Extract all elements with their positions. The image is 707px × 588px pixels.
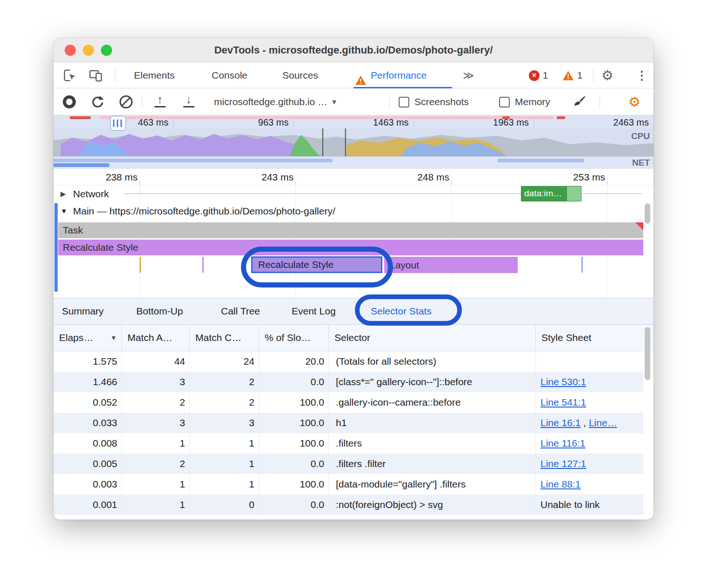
- ruler-label: 243 ms: [249, 169, 293, 186]
- table-row[interactable]: 1.466320.0[class*=" gallery-icon--"]::be…: [53, 372, 643, 392]
- selected-recalculate-style-event[interactable]: Recalculate Style: [251, 256, 382, 273]
- load-profile-icon[interactable]: ↑: [153, 94, 167, 109]
- warning-badge[interactable]: 1: [562, 62, 582, 88]
- cell-selector: (Totals for all selectors): [329, 351, 536, 372]
- zoom-window-button[interactable]: [101, 45, 112, 56]
- tab-elements[interactable]: Elements: [134, 62, 175, 88]
- error-badge[interactable]: × 1: [529, 62, 548, 88]
- warning-icon: [355, 70, 367, 81]
- table-row[interactable]: 1.575442420.0(Totals for all selectors): [53, 351, 643, 372]
- cell-selector: .filters: [329, 433, 536, 454]
- cell-elapsed: 1.575: [53, 351, 122, 372]
- settings-gear-icon[interactable]: ⚙: [601, 62, 614, 88]
- style-sheet-link[interactable]: Line 16:1: [540, 417, 580, 428]
- header-style-sheet[interactable]: Style Sheet: [536, 325, 643, 351]
- more-tabs-chevron-icon[interactable]: ≫: [463, 62, 474, 88]
- tab-sources[interactable]: Sources: [282, 62, 318, 88]
- tab-performance[interactable]: Performance: [355, 62, 427, 88]
- long-task-marker: [502, 116, 510, 119]
- cell-slow-pct: 0.0: [259, 372, 329, 392]
- table-scrollbar-thumb[interactable]: [645, 327, 650, 380]
- cpu-activity-chart[interactable]: [53, 128, 654, 156]
- upload-arrow-glyph: ↑: [153, 94, 167, 106]
- capture-settings-gear-icon[interactable]: ⚙: [628, 88, 640, 115]
- style-sheet-link[interactable]: Line…: [589, 417, 617, 428]
- selected-track-accent: [54, 203, 58, 292]
- flame-scrollbar-thumb[interactable]: [645, 203, 650, 224]
- style-sheet-link[interactable]: Line 116:1: [540, 438, 586, 448]
- table-row[interactable]: 0.001100.0:not(foreignObject) > svgUnabl…: [53, 494, 643, 515]
- task-event[interactable]: Task: [58, 222, 643, 238]
- record-button[interactable]: [63, 95, 76, 108]
- table-row[interactable]: 0.03333100.0h1Line 16:1 , Line…: [53, 413, 643, 433]
- header-match-count[interactable]: Match C…: [190, 325, 259, 351]
- style-sheet-text: Unable to link: [540, 499, 600, 510]
- style-sheet-text: ,: [580, 417, 589, 428]
- minimize-window-button[interactable]: [83, 45, 94, 56]
- style-sheet-link[interactable]: Line 541:1: [540, 397, 586, 408]
- main-collapse-icon[interactable]: ▼: [60, 202, 67, 220]
- network-expand-icon[interactable]: ▶: [60, 186, 66, 202]
- cell-selector: .filters .filter: [329, 454, 536, 474]
- overview-zoom-handle[interactable]: [110, 116, 126, 131]
- minor-event-sliver[interactable]: [140, 257, 141, 273]
- collect-garbage-icon[interactable]: [573, 95, 587, 109]
- network-request-block[interactable]: data:im…: [521, 186, 581, 201]
- timeline-overview[interactable]: 463 ms 963 ms 1463 ms 1963 ms 2463 ms CP…: [53, 115, 654, 169]
- header-elapsed[interactable]: Elaps… ▼: [53, 325, 122, 351]
- devtools-tabbar: Elements Console Sources Performance ≫ ×…: [53, 62, 654, 88]
- recalculate-style-label: Recalculate Style: [58, 240, 643, 255]
- header-slow-path[interactable]: % of Slo…: [259, 325, 329, 351]
- cell-elapsed: 1.466: [53, 372, 122, 392]
- table-row[interactable]: 0.005210.0.filters .filterLine 127:1: [53, 454, 643, 474]
- cell-match-count: 1: [190, 433, 259, 454]
- cell-style-sheet: Line 88:1: [536, 474, 643, 494]
- cell-slow-pct: 0.0: [259, 454, 329, 474]
- dropdown-arrow-icon: ▾: [332, 97, 336, 107]
- analysis-tabbar: Summary Bottom-Up Call Tree Event Log Se…: [53, 298, 654, 325]
- close-window-button[interactable]: [65, 45, 76, 56]
- ruler-label: 253 ms: [560, 169, 605, 186]
- header-selector[interactable]: Selector: [329, 325, 536, 351]
- tab-summary[interactable]: Summary: [62, 298, 104, 324]
- table-row[interactable]: 0.05222100.0.gallery-icon--camera::befor…: [53, 392, 643, 413]
- cell-elapsed: 0.008: [53, 433, 122, 454]
- recalculate-style-event[interactable]: Recalculate Style: [58, 240, 643, 255]
- style-sheet-link[interactable]: Line 88:1: [540, 479, 580, 489]
- timeline-ruler: 238 ms 243 ms 248 ms 253 ms: [53, 169, 654, 186]
- divider: [142, 95, 142, 109]
- cell-slow-pct: 100.0: [259, 392, 329, 413]
- style-sheet-link[interactable]: Line 530:1: [540, 376, 586, 387]
- cell-match-attempts: 3: [122, 372, 190, 392]
- header-match-attempts[interactable]: Match A…: [122, 325, 190, 351]
- table-row[interactable]: 0.00811100.0.filtersLine 116:1: [53, 433, 643, 454]
- flame-chart: ▶ Network data:im… ▼ Main — https://micr…: [53, 186, 654, 298]
- header-match-count-label: Match C…: [195, 332, 241, 343]
- save-profile-icon[interactable]: ↓: [182, 94, 196, 109]
- memory-checkbox[interactable]: [499, 97, 510, 107]
- tab-bottom-up[interactable]: Bottom-Up: [136, 298, 183, 324]
- reload-and-record-icon[interactable]: [91, 95, 105, 109]
- style-sheet-link[interactable]: Line 127:1: [540, 458, 586, 469]
- more-options-icon[interactable]: ⋮: [636, 62, 648, 88]
- net-activity-bar: [53, 159, 333, 162]
- header-style-sheet-label: Style Sheet: [541, 332, 591, 343]
- tab-selector-stats[interactable]: Selector Stats: [371, 298, 432, 324]
- clear-recording-icon[interactable]: [120, 95, 133, 108]
- cell-match-count: 2: [190, 372, 259, 392]
- cell-match-attempts: 3: [122, 413, 190, 433]
- screenshots-checkbox[interactable]: [399, 97, 409, 107]
- tab-call-tree[interactable]: Call Tree: [221, 298, 260, 324]
- layout-event[interactable]: Layout: [384, 257, 518, 273]
- table-row[interactable]: 0.00311100.0[data-module="gallery"] .fil…: [53, 474, 643, 494]
- tab-console[interactable]: Console: [212, 62, 247, 88]
- inspect-element-icon[interactable]: [63, 68, 77, 82]
- device-toolbar-icon[interactable]: [89, 68, 103, 82]
- tab-event-log[interactable]: Event Log: [292, 298, 336, 324]
- history-dropdown[interactable]: microsoftedge.github.io … ▾: [214, 88, 336, 115]
- minor-event-sliver[interactable]: [202, 257, 204, 273]
- minor-event-sliver[interactable]: [581, 257, 583, 273]
- cell-selector: h1: [329, 413, 536, 433]
- cell-elapsed: 0.033: [53, 413, 122, 433]
- memory-label: Memory: [515, 88, 550, 115]
